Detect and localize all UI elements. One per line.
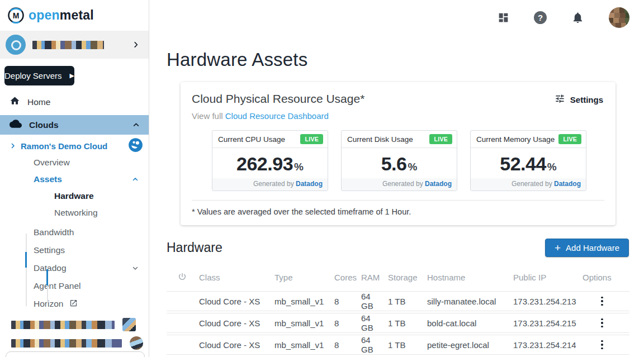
sidebar-item-redacted-1[interactable]: [11, 318, 143, 331]
options-kebab-menu[interactable]: [597, 340, 607, 350]
help-icon[interactable]: ?: [534, 11, 547, 24]
deploy-servers-button[interactable]: Deploy Servers ▶: [4, 66, 74, 85]
cell-cores: 8: [324, 335, 351, 355]
org-selector[interactable]: [0, 31, 149, 59]
datadog-link[interactable]: Datadog: [296, 180, 323, 188]
tree-guide-hardware-active: [46, 269, 48, 285]
main-content: ? Hardware Assets Cloud Physical Resourc…: [150, 0, 644, 357]
live-badge: LIVE: [558, 134, 581, 144]
redacted-icon: [130, 336, 143, 350]
sidebar-item-label: Horizon: [34, 299, 63, 309]
brand-name: openmetal: [29, 8, 94, 23]
support-face-icon[interactable]: [128, 137, 143, 154]
sidebar-item-datadog[interactable]: Datadog: [0, 259, 149, 277]
cell-ram: 64 GB: [351, 291, 378, 311]
chevron-up-icon[interactable]: [132, 121, 140, 128]
datadog-link[interactable]: Datadog: [425, 180, 452, 188]
sidebar-item-clouds[interactable]: Clouds: [0, 115, 149, 135]
metric-memory-usage: Current Memory Usage LIVE 52.44% Generat…: [470, 130, 586, 191]
add-hardware-label: Add Hardware: [566, 243, 619, 253]
options-kebab-menu[interactable]: [597, 296, 607, 307]
sidebar-item-label: Overview: [34, 158, 70, 168]
usage-settings-label: Settings: [570, 95, 603, 104]
cell-cores: 8: [324, 313, 351, 333]
table-row[interactable]: Cloud Core - XS mb_small_v1 8 64 GB 1 TB…: [167, 313, 629, 333]
cell-public-ip: 173.231.254.214: [503, 335, 572, 355]
cell-type: mb_small_v1: [264, 291, 324, 311]
sidebar-item-bandwidth[interactable]: Bandwidth: [0, 223, 149, 241]
sidebar-item-hardware[interactable]: Hardware: [0, 188, 149, 204]
deploy-servers-label: Deploy Servers: [4, 71, 62, 80]
metric-label: Current Memory Usage: [476, 135, 555, 144]
cell-hostname: petite-egret.local: [417, 335, 503, 355]
external-link-icon: [69, 299, 78, 310]
chevron-right-icon[interactable]: [132, 41, 140, 49]
sidebar-item-redacted-2[interactable]: [11, 336, 143, 350]
sidebar-item-label: Agent Panel: [34, 281, 80, 291]
sidebar-item-label: Hardware: [54, 191, 94, 201]
sidebar-item-overview[interactable]: Overview: [0, 154, 149, 171]
sidebar-item-label: Settings: [34, 245, 65, 255]
cell-class: Cloud Core - XS: [189, 313, 264, 333]
cell-ram: 64 GB: [351, 313, 378, 333]
options-kebab-menu[interactable]: [597, 318, 607, 329]
sidebar-item-label: Networking: [54, 208, 98, 218]
cell-storage: 1 TB: [378, 335, 417, 355]
play-icon: ▶: [70, 73, 74, 79]
sidebar-item-horizon[interactable]: Horizon: [0, 295, 149, 313]
cloud-resource-dashboard-link[interactable]: Cloud Resource Dashboard: [225, 111, 329, 121]
chevron-down-icon[interactable]: [132, 265, 139, 272]
view-full-prefix: View full: [192, 111, 223, 121]
notifications-bell-icon[interactable]: [571, 11, 584, 24]
redacted-org-name: [32, 41, 104, 49]
usage-footnote: * Values are averaged over the selected …: [192, 200, 604, 216]
add-hardware-button[interactable]: + Add Hardware: [545, 239, 629, 257]
sidebar-item-assets[interactable]: Assets: [0, 171, 149, 188]
openmetal-logo-icon: M: [7, 7, 25, 24]
org-avatar: [6, 35, 26, 55]
sidebar-bottom-panel[interactable]: [6, 351, 145, 357]
cell-storage: 1 TB: [378, 291, 417, 311]
page-title: Hardware Assets: [167, 49, 644, 70]
metrics-row: Current CPU Usage LIVE 262.93% Generated…: [212, 130, 604, 191]
chevron-up-icon[interactable]: [132, 176, 139, 183]
sidebar-item-networking[interactable]: Networking: [0, 204, 149, 221]
apps-grid-icon[interactable]: [498, 12, 509, 23]
brand-logo[interactable]: M openmetal: [0, 0, 149, 31]
chevron-right-icon[interactable]: [10, 142, 16, 149]
usage-settings-button[interactable]: Settings: [555, 93, 603, 106]
resource-usage-card: Cloud Physical Resource Usage* Settings …: [181, 82, 615, 225]
column-header-cores: Cores: [324, 266, 351, 289]
redacted-label: [11, 339, 122, 348]
column-header-class: Class: [189, 266, 264, 289]
datadog-link[interactable]: Datadog: [554, 180, 581, 188]
cloud-name-label: Ramon's Demo Cloud: [21, 141, 107, 151]
sidebar-item-settings[interactable]: Settings: [0, 241, 149, 259]
metric-value: 262.93: [236, 153, 293, 174]
column-header-options: Options: [572, 266, 629, 289]
cell-public-ip: 173.231.254.215: [503, 313, 572, 333]
cell-ram: 64 GB: [351, 335, 378, 355]
sidebar-item-label: Assets: [34, 174, 62, 184]
user-avatar[interactable]: [609, 7, 629, 28]
sidebar-item-label: Bandwidth: [34, 227, 74, 237]
cell-cores: 8: [324, 291, 351, 311]
metric-label: Current CPU Usage: [218, 135, 285, 144]
sidebar-item-home[interactable]: Home: [0, 93, 149, 111]
home-icon: [10, 96, 20, 108]
generated-by-label: Generated by: [512, 180, 552, 188]
live-badge: LIVE: [300, 134, 323, 144]
cell-type: mb_small_v1: [264, 313, 324, 333]
sidebar-item-label: Clouds: [29, 120, 59, 130]
hardware-section-header: Hardware + Add Hardware: [167, 239, 629, 257]
table-row[interactable]: Cloud Core - XS mb_small_v1 8 64 GB 1 TB…: [167, 291, 629, 311]
column-header-hostname: Hostname: [417, 266, 503, 289]
table-row[interactable]: Cloud Core - XS mb_small_v1 8 64 GB 1 TB…: [167, 335, 629, 355]
cell-storage: 1 TB: [378, 313, 417, 333]
metric-disk-usage: Current Disk Usage LIVE 5.6% Generated b…: [341, 130, 457, 191]
tree-guide-assets-active: [25, 252, 27, 268]
sidebar-item-agent-panel[interactable]: Agent Panel: [0, 277, 149, 295]
metric-label: Current Disk Usage: [347, 135, 413, 144]
generated-by-label: Generated by: [253, 180, 294, 188]
sidebar-item-cloud-name[interactable]: Ramon's Demo Cloud: [0, 137, 149, 154]
